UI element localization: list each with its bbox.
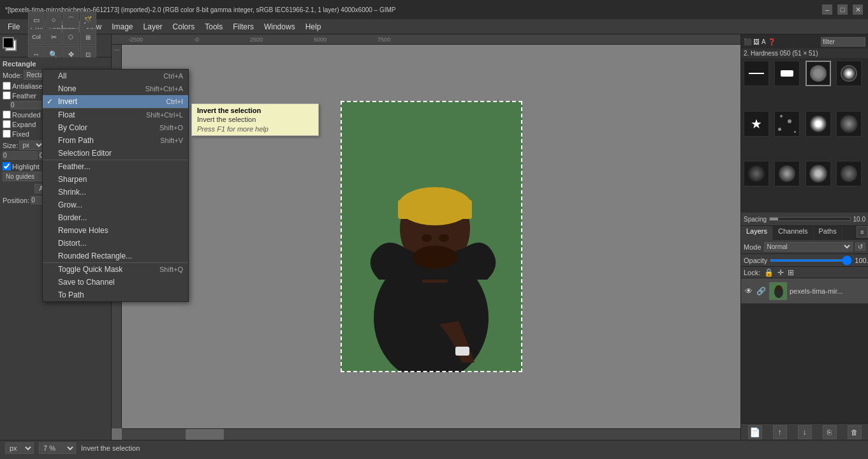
brushes-header: ⬛ 🖼 A ❓	[741, 34, 868, 49]
lower-layer-button[interactable]: ↓	[798, 425, 812, 439]
tool-free-select[interactable]: ⌒	[63, 11, 79, 28]
menu-rounded-rectangle[interactable]: Rounded Rectangle...	[43, 250, 188, 262]
menu-windows[interactable]: Windows	[259, 21, 300, 33]
tool-ellipse-select[interactable]: ○	[45, 11, 62, 28]
menu-by-color-label: By Color	[58, 123, 87, 132]
lock-position-icon[interactable]: ✛	[777, 268, 784, 277]
layers-config-button[interactable]: ≡	[857, 226, 868, 237]
menu-help[interactable]: Help	[300, 21, 327, 33]
menu-image[interactable]: Image	[107, 21, 138, 33]
menu-border[interactable]: Border...	[43, 211, 188, 224]
menu-all[interactable]: All Ctrl+A	[43, 70, 188, 82]
rounded-checkbox[interactable]	[3, 110, 11, 119]
maximize-button[interactable]: □	[837, 4, 848, 15]
brush-item[interactable]: ★	[744, 111, 769, 137]
brush-item[interactable]	[805, 161, 831, 186]
menu-grow[interactable]: Grow...	[43, 199, 188, 211]
menu-selection-editor[interactable]: Selection Editor	[43, 147, 188, 160]
menu-by-color-shortcut: Shift+O	[159, 124, 183, 132]
close-button[interactable]: ✕	[853, 4, 863, 15]
filter-input[interactable]	[821, 37, 865, 47]
lock-pixels-icon[interactable]: 🔒	[764, 268, 774, 277]
menu-invert-label: Invert	[58, 97, 77, 106]
layers-mode-select[interactable]: Normal	[764, 242, 853, 252]
svg-point-11	[776, 285, 782, 290]
menu-section-4: Toggle Quick Mask Shift+Q Save to Channe…	[43, 263, 188, 301]
raise-layer-button[interactable]: ↑	[773, 425, 787, 439]
menu-invert[interactable]: ✓ Invert Ctrl+I	[43, 95, 188, 108]
fixed-label: Fixed	[12, 130, 29, 138]
brush-item[interactable]	[744, 161, 769, 186]
menu-float[interactable]: Float Shift+Ctrl+L	[43, 109, 188, 121]
tool-fuzzy-select[interactable]: 🪄	[80, 11, 96, 28]
tool-paths[interactable]: ⬡	[63, 29, 79, 45]
feather-checkbox[interactable]	[3, 91, 11, 100]
position-label: Position:	[3, 197, 29, 204]
menu-to-path[interactable]: To Path	[43, 289, 188, 301]
highlight-checkbox[interactable]	[3, 162, 11, 170]
delete-layer-button[interactable]: 🗑	[848, 425, 862, 439]
expand-checkbox[interactable]	[3, 120, 11, 128]
menu-tools[interactable]: Tools	[200, 21, 228, 33]
brush-item[interactable]	[805, 111, 831, 137]
menu-feather[interactable]: Feather...	[43, 160, 188, 173]
unit-select[interactable]: px % mm	[5, 442, 34, 454]
width-input[interactable]	[3, 151, 38, 160]
fixed-checkbox[interactable]	[3, 130, 11, 138]
tool-scissors[interactable]: ✂	[45, 29, 62, 45]
zoom-select[interactable]: 7 % 25 % 50 % 100 %	[39, 442, 76, 454]
brush-item[interactable]	[836, 161, 862, 186]
canvas-area[interactable]: -2500 -0 2500 5000 7500 │	[112, 34, 740, 440]
canvas-viewport[interactable]	[122, 45, 740, 428]
size-unit-select[interactable]: px %	[19, 140, 45, 150]
horizontal-scrollbar[interactable]	[122, 428, 740, 440]
layer-item[interactable]: 👁 🔗 pexels-tima-mir...	[741, 278, 868, 304]
invert-tooltip: Invert the selection Invert the selectio…	[191, 103, 319, 136]
menu-sharpen[interactable]: Sharpen	[43, 173, 188, 186]
brush-item[interactable]	[774, 61, 800, 86]
tool-color-select[interactable]: Col	[28, 29, 45, 45]
status-message: Invert the selection	[81, 444, 863, 452]
tool-crop[interactable]: ⊞	[80, 29, 96, 45]
lock-alpha-icon[interactable]: ⊞	[788, 268, 794, 277]
brush-item[interactable]	[774, 111, 800, 137]
menu-file[interactable]: File	[3, 21, 25, 33]
duplicate-layer-button[interactable]: ⎘	[823, 425, 837, 439]
tooltip-hint: Press F1 for more help	[197, 125, 313, 133]
menu-from-path-shortcut: Shift+V	[160, 137, 183, 144]
window-controls: – □ ✕	[822, 4, 863, 15]
menu-distort[interactable]: Distort...	[43, 237, 188, 250]
menu-colors[interactable]: Colors	[168, 21, 200, 33]
minimize-button[interactable]: –	[822, 4, 832, 15]
menu-by-color[interactable]: By Color Shift+O	[43, 121, 188, 134]
tool-rect-select[interactable]: ▭	[28, 11, 45, 28]
antialias-checkbox[interactable]	[3, 82, 11, 90]
menu-from-path[interactable]: From Path Shift+V	[43, 134, 188, 147]
tab-paths[interactable]: Paths	[814, 226, 842, 240]
tab-channels[interactable]: Channels	[773, 226, 813, 240]
spacing-label: Spacing	[744, 216, 767, 223]
new-layer-button[interactable]: 📄	[748, 425, 762, 439]
tab-layers[interactable]: Layers	[741, 226, 773, 240]
opacity-slider[interactable]	[770, 259, 852, 262]
menu-toggle-quick-mask[interactable]: Toggle Quick Mask Shift+Q	[43, 263, 188, 276]
menu-remove-holes[interactable]: Remove Holes	[43, 224, 188, 237]
mode-label: Mode:	[3, 71, 22, 79]
brush-item[interactable]	[744, 61, 769, 86]
menu-none-label: None	[58, 84, 77, 93]
menu-save-to-channel[interactable]: Save to Channel	[43, 276, 188, 289]
layer-chain-button[interactable]: 🔗	[756, 287, 767, 296]
menu-layer[interactable]: Layer	[138, 21, 168, 33]
antialias-label: Antialiase	[12, 82, 43, 90]
brush-item[interactable]	[805, 61, 831, 86]
layer-visibility-button[interactable]: 👁	[744, 286, 754, 296]
menu-section-2: Float Shift+Ctrl+L By Color Shift+O From…	[43, 109, 188, 160]
foreground-color-swatch[interactable]	[3, 37, 14, 49]
brush-item[interactable]	[774, 161, 800, 186]
layers-mode-reset-button[interactable]: ↺	[855, 243, 865, 251]
brush-item[interactable]	[836, 61, 862, 86]
menu-shrink[interactable]: Shrink...	[43, 186, 188, 199]
brush-item[interactable]	[836, 111, 862, 137]
menu-filters[interactable]: Filters	[228, 21, 259, 33]
menu-none[interactable]: None Shift+Ctrl+A	[43, 82, 188, 95]
